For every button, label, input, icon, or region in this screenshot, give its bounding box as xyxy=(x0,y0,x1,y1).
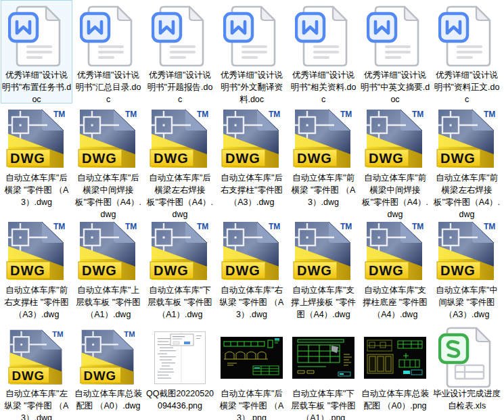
autocad-dwg-file-icon: TMDWG xyxy=(145,220,215,283)
file-item[interactable]: TMDWG 自动立体车库"后横梁左右焊接板"零件图（A4）.dwg xyxy=(144,103,216,216)
file-name: 优秀详细"设计说明书"外文翻译资料.doc xyxy=(217,69,287,106)
file-item[interactable]: TMDWG 自动立体车库"前横梁左右焊接板"零件图（A4）.dwg xyxy=(431,103,503,216)
autocad-dwg-file-icon: TMDWG xyxy=(1,329,72,387)
file-item[interactable]: TMDWG 自动立体车库"前横梁中间焊接板"零件图（A4）.dwg xyxy=(359,103,431,216)
file-name: 毕业设计完成进度自检表.xls xyxy=(432,388,502,412)
file-name: 自动立体车库"左纵梁 "零件图 （A3）.dwg xyxy=(2,388,72,420)
file-name: 自动立体车库"后横梁 "零件图 （A3）.dwg xyxy=(2,172,72,208)
wps-writer-doc-icon xyxy=(288,5,359,68)
wps-spreadsheet-xls-icon xyxy=(432,329,502,387)
svg-text:DWG: DWG xyxy=(440,151,476,166)
file-item[interactable]: TMDWG 自动立体车库"支撑上焊接板 "零件图（A4）.dwg xyxy=(288,216,359,327)
file-item[interactable]: TMDWG 自动立体车库"后横梁中间焊接板"零件图（A4）.dwg xyxy=(72,103,144,216)
file-name: 自动立体车库"上层载车板 "零件图（A1）.dwg xyxy=(74,284,143,321)
wps-writer-doc-icon xyxy=(216,5,287,68)
svg-text:DWG: DWG xyxy=(12,369,45,383)
file-item[interactable]: QQ截图20220520094436.png xyxy=(144,327,216,420)
file-item[interactable]: 优秀详细"设计说明书"中英文摘要.doc xyxy=(359,0,431,103)
svg-text:TM: TM xyxy=(484,110,495,119)
file-item[interactable]: 优秀详细"设计说明书"资料正文.doc xyxy=(431,0,503,103)
file-item[interactable]: TMDWG 自动立体车库"中间纵梁 "零件图（A3）.dwg xyxy=(431,216,503,327)
autocad-dwg-file-icon: TMDWG xyxy=(73,220,143,283)
autocad-dwg-file-icon: TMDWG xyxy=(216,220,287,283)
svg-text:TM: TM xyxy=(52,330,63,338)
file-name: 优秀详细"设计说明书"资料正文.doc xyxy=(432,69,502,106)
file-item[interactable]: TMDWG 自动立体车库"上层载车板 "零件图（A1）.dwg xyxy=(72,216,144,327)
file-name: 自动立体车库"支撑柱底座 "零件图（A4）.dwg xyxy=(361,284,430,321)
svg-text:TM: TM xyxy=(197,110,208,119)
file-name: 自动立体车库"前横梁 "零件图 （A3）.dwg xyxy=(289,172,359,208)
svg-text:DWG: DWG xyxy=(440,263,476,278)
wps-writer-doc-icon xyxy=(145,5,215,68)
svg-text:TM: TM xyxy=(340,110,352,119)
svg-text:DWG: DWG xyxy=(82,151,117,166)
svg-text:TM: TM xyxy=(125,222,137,231)
file-item[interactable]: TMDWG 自动立体车库"前横梁 "零件图 （A3）.dwg xyxy=(288,103,359,216)
file-name: 自动立体车库"后横梁左右焊接板"零件图（A4）.dwg xyxy=(145,172,215,220)
svg-text:TM: TM xyxy=(269,110,280,119)
file-item[interactable]: 优秀详细"设计说明书"汇总目录.doc xyxy=(72,0,144,103)
file-item[interactable]: TMDWG 自动立体车库"前右支撑柱 "零件图（A3）.dwg xyxy=(1,216,72,327)
file-item[interactable]: TMDWG 自动立体车库"支撑柱底座 "零件图（A4）.dwg xyxy=(359,216,431,327)
wps-writer-doc-icon xyxy=(1,5,72,68)
file-name: 自动立体车库"前右支撑柱 "零件图（A3）.dwg xyxy=(2,284,72,321)
svg-text:DWG: DWG xyxy=(10,263,45,278)
file-name: 自动立体车库"前横梁左右焊接板"零件图（A4）.dwg xyxy=(432,172,502,220)
file-name: 优秀详细"设计说明书"开题报告.doc xyxy=(145,69,215,106)
file-name: 自动立体车库"中间纵梁 "零件图（A3）.dwg xyxy=(432,284,502,321)
svg-text:DWG: DWG xyxy=(225,151,260,166)
svg-text:DWG: DWG xyxy=(82,263,117,278)
svg-text:TM: TM xyxy=(269,222,280,231)
file-item[interactable]: TMDWG 自动立体车库"左纵梁 "零件图 （A3）.dwg xyxy=(1,327,72,420)
file-name: 自动立体车库总装配图 （A0）.png xyxy=(361,388,430,412)
autocad-dwg-file-icon: TMDWG xyxy=(216,108,287,171)
file-grid: 优秀详细"设计说明书"布置任务书.doc 优秀详细"设计说明书"汇总目录.doc… xyxy=(0,0,504,420)
wps-writer-doc-icon xyxy=(432,5,502,68)
svg-text:DWG: DWG xyxy=(84,369,116,383)
autocad-dwg-file-icon: TMDWG xyxy=(360,220,430,283)
file-item[interactable]: 自动立体车库"后横梁 "零件图 （A3）.png xyxy=(216,327,288,420)
svg-text:TM: TM xyxy=(53,222,65,231)
file-name: 自动立体车库"右纵梁 "零件图 （A3）.dwg xyxy=(217,284,287,321)
svg-text:TM: TM xyxy=(484,222,495,231)
autocad-dwg-file-icon: TMDWG xyxy=(432,108,502,171)
svg-text:TM: TM xyxy=(124,330,135,338)
autocad-dwg-file-icon: TMDWG xyxy=(73,108,143,171)
file-item[interactable]: TMDWG 自动立体车库"右纵梁 "零件图 （A3）.dwg xyxy=(216,216,288,327)
svg-text:TM: TM xyxy=(412,222,423,231)
file-name: 优秀详细"设计说明书"汇总目录.doc xyxy=(74,69,143,106)
svg-text:DWG: DWG xyxy=(154,151,189,166)
svg-text:TM: TM xyxy=(340,222,352,231)
autocad-dwg-file-icon: TMDWG xyxy=(288,220,359,283)
file-item[interactable]: TMDWG 自动立体车库"后横梁 "零件图 （A3）.dwg xyxy=(1,103,72,216)
svg-text:DWG: DWG xyxy=(225,263,260,278)
file-item[interactable]: 优秀详细"设计说明书"相关资料.doc xyxy=(288,0,359,103)
file-name: 自动立体车库"后右支撑柱"零件图（A3）.dwg xyxy=(217,172,287,208)
file-name: 自动立体车库"后横梁中间焊接板"零件图（A4）.dwg xyxy=(74,172,143,220)
file-item[interactable]: 毕业设计完成进度自检表.xls xyxy=(431,327,503,420)
file-item[interactable]: 自动立体车库"下层载车板 "零件图（A1）.png xyxy=(288,327,359,420)
file-name: 优秀详细"设计说明书"中英文摘要.doc xyxy=(361,69,430,106)
cad-drawing-image-thumbnail xyxy=(288,329,359,387)
file-item[interactable]: TMDWG 自动立体车库"下层载车板 "零件图（A1）.dwg xyxy=(144,216,216,327)
file-name: 自动立体车库"下层载车板 "零件图（A1）.dwg xyxy=(145,284,215,321)
autocad-dwg-file-icon: TMDWG xyxy=(1,108,72,171)
cad-drawing-image-thumbnail xyxy=(216,329,287,387)
file-item[interactable]: TMDWG 自动立体车库"后右支撑柱"零件图（A3）.dwg xyxy=(216,103,288,216)
file-item[interactable]: TMDWG 自动立体车库总装配图 （A0）.dwg xyxy=(72,327,144,420)
autocad-dwg-file-icon: TMDWG xyxy=(73,329,143,387)
file-name: 优秀详细"设计说明书"布置任务书.doc xyxy=(2,69,72,106)
file-item[interactable]: 优秀详细"设计说明书"外文翻译资料.doc xyxy=(216,0,288,103)
file-item[interactable]: 优秀详细"设计说明书"布置任务书.doc xyxy=(1,0,72,103)
file-name: 自动立体车库"支撑上焊接板 "零件图（A4）.dwg xyxy=(289,284,359,321)
autocad-dwg-file-icon: TMDWG xyxy=(145,108,215,171)
file-name: QQ截图20220520094436.png xyxy=(145,388,215,412)
svg-text:DWG: DWG xyxy=(369,263,404,278)
file-name: 自动立体车库总装配图 （A0）.dwg xyxy=(74,388,143,412)
wps-writer-doc-icon xyxy=(73,5,143,68)
file-name: 自动立体车库"前横梁中间焊接板"零件图（A4）.dwg xyxy=(361,172,430,220)
file-item[interactable]: 自动立体车库总装配图 （A0）.png xyxy=(359,327,431,420)
file-item[interactable]: 优秀详细"设计说明书"开题报告.doc xyxy=(144,0,216,103)
svg-text:TM: TM xyxy=(125,110,137,119)
file-name: 自动立体车库"后横梁 "零件图 （A3）.png xyxy=(217,388,287,420)
